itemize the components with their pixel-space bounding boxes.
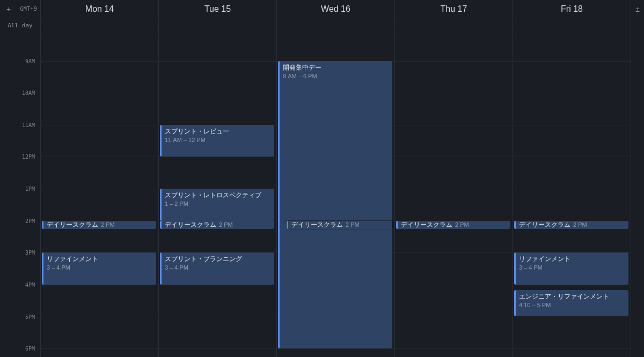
hour-line: [513, 317, 631, 317]
calendar-week-view: + GMT+9 Mon 14 Tue 15 Wed 16 Thu 17 Fri …: [0, 0, 644, 357]
hour-label: 5PM: [25, 314, 35, 319]
event-title: スプリント・プランニング: [165, 255, 242, 263]
event-time: 3 – 4 PM: [165, 264, 188, 271]
hour-line: [395, 189, 513, 189]
event-title: デイリースクラム: [401, 221, 452, 229]
event-title: デイリースクラム: [47, 221, 98, 229]
time-gutter: 9AM10AM11AM12PM1PM2PM3PM4PM5PM6PM: [0, 33, 41, 357]
hour-line: [159, 285, 276, 285]
hour-line: [277, 348, 394, 349]
hour-line: [159, 93, 276, 93]
day-column-fri[interactable]: デイリースクラム2 PMリファインメント3 – 4 PMエンジニア・リファインメ…: [513, 33, 631, 357]
hour-line: [395, 61, 513, 62]
event-time: 2 PM: [346, 221, 360, 229]
header-gutter: + GMT+9: [0, 0, 41, 18]
hour-line: [159, 317, 276, 317]
hour-line: [159, 157, 276, 157]
hour-line: [395, 317, 513, 317]
calendar-event[interactable]: スプリント・レトロスペクティブ1 – 2 PM: [160, 189, 274, 221]
day-column-thu[interactable]: デイリースクラム2 PM: [395, 33, 513, 357]
hour-line: [395, 285, 513, 285]
hour-label: 10AM: [22, 90, 35, 96]
calendar-event[interactable]: デイリースクラム2 PM: [287, 221, 392, 229]
hour-line: [513, 285, 631, 285]
hour-label: 6PM: [25, 346, 35, 352]
hour-line: [41, 157, 158, 157]
event-title: スプリント・レビュー: [165, 128, 229, 135]
day-header-tue[interactable]: Tue 15: [159, 0, 277, 18]
day-header-wed[interactable]: Wed 16: [277, 0, 395, 18]
event-time: 2 PM: [101, 221, 115, 229]
hour-line: [395, 93, 513, 93]
event-time: 4:10 – 5 PM: [519, 302, 551, 308]
hour-line: [159, 348, 276, 349]
hour-line: [41, 93, 158, 93]
hour-line: [395, 157, 513, 157]
event-title: リファインメント: [519, 255, 570, 263]
allday-row: All-day: [0, 18, 644, 33]
calendar-event[interactable]: 開発集中デー9 AM – 6 PM: [278, 61, 392, 348]
hour-label: 11AM: [22, 122, 35, 128]
day-header-mon[interactable]: Mon 14: [41, 0, 159, 18]
event-title: デイリースクラム: [291, 221, 343, 229]
calendar-event[interactable]: デイリースクラム2 PM: [514, 221, 628, 229]
calendar-event[interactable]: デイリースクラム2 PM: [396, 221, 510, 229]
hour-label: 3PM: [25, 250, 35, 256]
calendar-event[interactable]: リファインメント3 – 4 PM: [514, 252, 628, 285]
event-time: 2 PM: [573, 221, 587, 229]
calendar-body: 9AM10AM11AM12PM1PM2PM3PM4PM5PM6PM デイリースク…: [0, 33, 644, 357]
hour-line: [41, 125, 158, 125]
calendar-event[interactable]: スプリント・レビュー11 AM – 12 PM: [160, 125, 274, 157]
hour-label: 12PM: [22, 154, 35, 160]
allday-label: All-day: [0, 18, 41, 33]
event-title: リファインメント: [47, 255, 98, 263]
hour-line: [395, 348, 513, 349]
event-time: 11 AM – 12 PM: [165, 137, 206, 143]
event-title: デイリースクラム: [519, 221, 570, 229]
event-time: 9 AM – 6 PM: [283, 73, 317, 79]
calendar-event[interactable]: エンジニア・リファインメント4:10 – 5 PM: [514, 290, 628, 317]
hour-label: 9AM: [25, 58, 35, 64]
event-time: 2 PM: [219, 221, 233, 229]
hour-line: [41, 61, 158, 62]
calendar-event[interactable]: デイリースクラム2 PM: [160, 221, 274, 229]
hour-label: 1PM: [25, 186, 35, 192]
allday-cell-thu[interactable]: [395, 18, 513, 33]
calendar-event[interactable]: リファインメント3 – 4 PM: [42, 252, 156, 285]
hour-line: [513, 189, 631, 189]
hour-line: [513, 125, 631, 125]
timezone-label: GMT+9: [20, 6, 37, 12]
event-title: デイリースクラム: [165, 221, 216, 229]
hour-line: [513, 93, 631, 93]
event-time: 3 – 4 PM: [47, 264, 70, 271]
hour-line: [41, 285, 158, 285]
day-column-wed[interactable]: 開発集中デー9 AM – 6 PMデイリースクラム2 PM: [277, 33, 395, 357]
calendar-event[interactable]: デイリースクラム2 PM: [42, 221, 156, 229]
hour-line: [159, 61, 276, 62]
allday-cell-wed[interactable]: [277, 18, 395, 33]
add-event-icon[interactable]: +: [4, 5, 13, 13]
day-column-mon[interactable]: デイリースクラム2 PMリファインメント3 – 4 PM: [41, 33, 159, 357]
allday-cell-tue[interactable]: [159, 18, 277, 33]
event-title: 開発集中デー: [283, 64, 321, 71]
calendar-header: + GMT+9 Mon 14 Tue 15 Wed 16 Thu 17 Fri …: [0, 0, 644, 18]
day-header-fri[interactable]: Fri 18: [513, 0, 631, 18]
hour-label: 4PM: [25, 281, 35, 287]
hour-line: [513, 348, 631, 349]
event-time: 1 – 2 PM: [165, 200, 188, 207]
hour-line: [395, 125, 513, 125]
hour-line: [41, 317, 158, 317]
hour-line: [513, 157, 631, 157]
allday-cell-mon[interactable]: [41, 18, 159, 33]
day-column-tue[interactable]: スプリント・レビュー11 AM – 12 PMスプリント・レトロスペクティブ1 …: [159, 33, 277, 357]
event-time: 2 PM: [455, 221, 469, 229]
hour-line: [395, 252, 513, 253]
day-header-thu[interactable]: Thu 17: [395, 0, 513, 18]
calendar-event[interactable]: スプリント・プランニング3 – 4 PM: [160, 252, 274, 285]
allday-cell-fri[interactable]: [513, 18, 631, 33]
hour-line: [41, 189, 158, 189]
event-title: エンジニア・リファインメント: [519, 293, 609, 300]
expand-icon[interactable]: ±: [631, 0, 644, 18]
event-time: 3 – 4 PM: [519, 264, 543, 271]
hour-label: 2PM: [25, 218, 35, 224]
